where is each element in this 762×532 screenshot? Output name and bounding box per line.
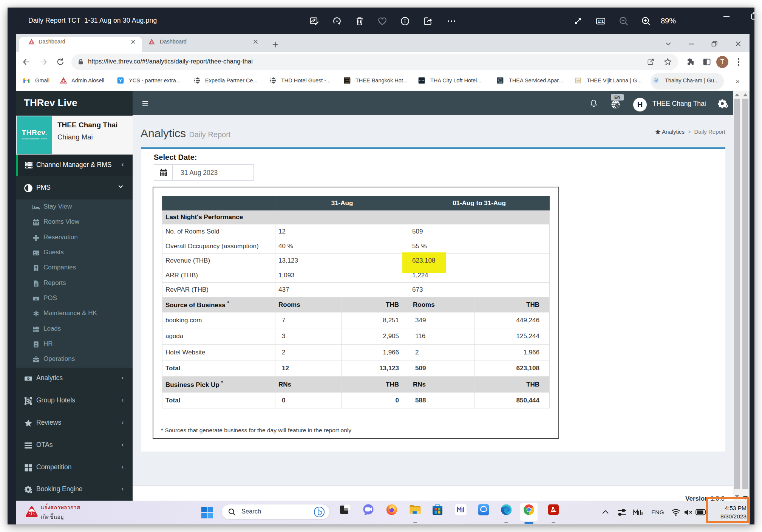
svg-text:THEE: THEE bbox=[345, 79, 350, 82]
svg-text:1: 1 bbox=[28, 377, 29, 380]
svg-text:THEA: THEA bbox=[498, 82, 502, 84]
svg-text:1:1: 1:1 bbox=[598, 19, 604, 23]
svg-text:Y: Y bbox=[119, 78, 122, 83]
svg-text:THEE: THEE bbox=[576, 79, 580, 81]
